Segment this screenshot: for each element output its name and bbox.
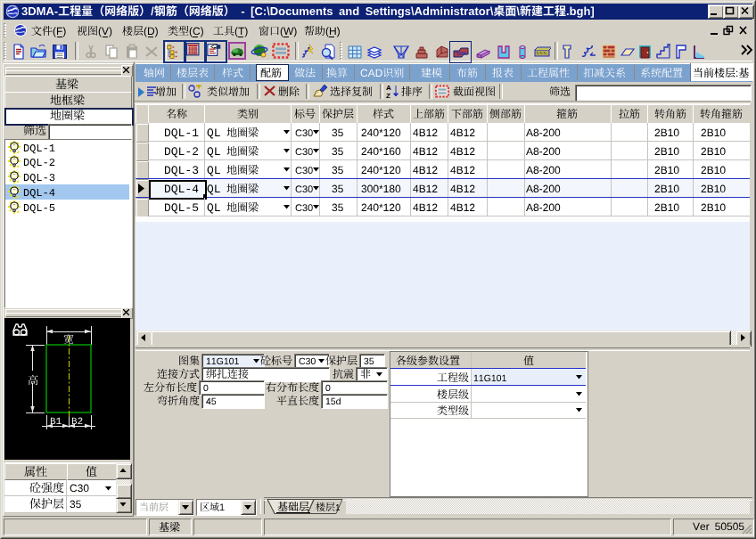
svg-text:Z: Z xyxy=(386,92,390,98)
svg-text:A: A xyxy=(386,84,391,92)
